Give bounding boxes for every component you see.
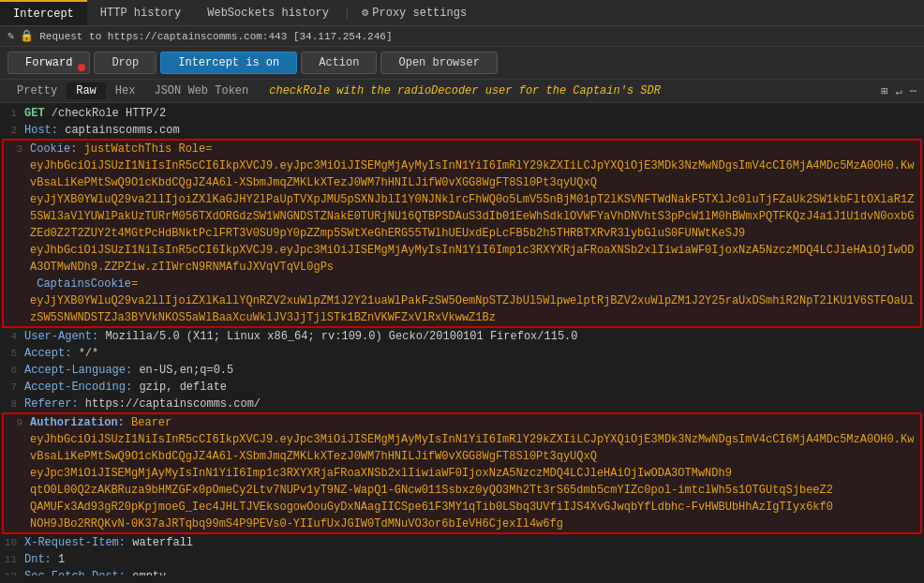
- line-content[interactable]: NOH9JBo2RRQKvN-0K37aJRTqbq99mS4P9PEVs0-Y…: [30, 516, 915, 532]
- line-content[interactable]: eyJhbGciOiJSUzI1NiIsInR5cCI6IkpXVCJ9.eyJ…: [30, 242, 915, 276]
- open-browser-button[interactable]: Open browser: [380, 52, 497, 74]
- subtab-raw[interactable]: Raw: [67, 82, 106, 99]
- toolbar: Forward Drop Intercept is on Action Open…: [0, 47, 924, 80]
- code-line: 12Sec-Fetch-Dest: empty: [0, 568, 924, 576]
- line-number: 9: [9, 414, 30, 431]
- code-line: eyJhbGciOiJSUzI1NiIsInR5cCI6IkpXVCJ9.eyJ…: [6, 431, 918, 465]
- line-number: 8: [4, 396, 24, 412]
- code-line: 11Dnt: 1: [0, 551, 924, 568]
- code-line: 2Host: captainscomms.com: [0, 122, 924, 139]
- subtab-icons: ⊞ ↵ ⋯: [881, 84, 917, 98]
- drop-button[interactable]: Drop: [94, 52, 156, 74]
- request-header-text: Request to https://captainscomms.com:443…: [39, 31, 392, 42]
- code-line: 5Accept: */*: [0, 345, 924, 362]
- line-number: 5: [4, 345, 24, 362]
- line-number: 4: [4, 328, 24, 345]
- tab-proxy-settings[interactable]: ⚙ Proxy settings: [352, 2, 476, 23]
- line-number: 7: [4, 379, 24, 396]
- forward-dot: [78, 64, 85, 71]
- code-line: 3Cookie: justWatchThis Role=: [6, 141, 918, 157]
- code-line: eyJhbGciOiJSUzI1NiIsInR5cCI6IkpXVCJ9.eyJ…: [6, 157, 918, 191]
- grid-icon[interactable]: ⊞: [881, 84, 887, 98]
- code-line: eyJjYXB0YWluQ29va2llIjoiZXlKaGJHY2lPaUpT…: [6, 191, 918, 242]
- code-line: 10X-Request-Item: waterfall: [0, 534, 924, 551]
- code-line: 6Accept-Language: en-US,en;q=0.5: [0, 362, 924, 379]
- line-content[interactable]: eyJjYXB0YWluQ29va2llIjoiZXlKaGJHY2lPaUpT…: [30, 191, 915, 242]
- proxy-settings-label: Proxy settings: [372, 7, 467, 20]
- intercept-toggle[interactable]: Intercept is on: [160, 52, 297, 74]
- code-line: eyJpc3MiOiJISEMgMjAyMyIsInN1YiI6Imp1c3RX…: [6, 465, 918, 482]
- line-number: 11: [4, 551, 24, 568]
- tab-intercept[interactable]: Intercept: [0, 0, 87, 25]
- line-content[interactable]: X-Request-Item: waterfall: [24, 534, 920, 551]
- line-content[interactable]: eyJhbGciOiJSUzI1NiIsInR5cCI6IkpXVCJ9.eyJ…: [30, 431, 915, 465]
- code-line: CaptainsCookie=: [6, 276, 918, 292]
- code-line: 1GET /checkRole HTTP/2: [0, 105, 924, 122]
- line-number: 10: [4, 534, 24, 551]
- line-number: 2: [4, 122, 24, 139]
- lock-icon: 🔒: [20, 29, 34, 43]
- code-line: NOH9JBo2RRQKvN-0K37aJRTqbq99mS4P9PEVs0-Y…: [6, 516, 918, 532]
- line-content[interactable]: eyJjYXB0YWluQ29va2llIjoiZXlKallYQnRZV2xu…: [30, 292, 915, 326]
- line-content[interactable]: eyJhbGciOiJSUzI1NiIsInR5cCI6IkpXVCJ9.eyJ…: [30, 157, 915, 191]
- line-number: 6: [4, 362, 24, 379]
- line-number: 12: [4, 568, 24, 576]
- line-content[interactable]: Accept: */*: [24, 345, 920, 362]
- code-line: QAMUFx3Ad93gR20pKpjmoeG_Iec4JHLTJVEksogo…: [6, 499, 918, 516]
- edit-icon: ✎: [7, 29, 14, 43]
- code-line: 8Referer: https://captainscomms.com/: [0, 396, 924, 412]
- line-number: 1: [4, 105, 24, 122]
- auth-region: 9Authorization: BearereyJhbGciOiJSUzI1Ni…: [2, 412, 922, 534]
- code-line: qtO0L00Q2zAKBRuza9bHMZGFx0pOmeCy2Ltv7NUP…: [6, 482, 918, 499]
- code-line: eyJhbGciOiJSUzI1NiIsInR5cCI6IkpXVCJ9.eyJ…: [6, 242, 918, 276]
- line-content[interactable]: Accept-Language: en-US,en;q=0.5: [24, 362, 920, 379]
- dots-icon[interactable]: ⋯: [910, 84, 917, 98]
- tab-http-history[interactable]: HTTP history: [87, 0, 194, 25]
- wrap-icon[interactable]: ↵: [896, 84, 902, 98]
- gear-icon: ⚙: [362, 6, 368, 20]
- code-line: 9Authorization: Bearer: [6, 414, 918, 431]
- line-content[interactable]: Accept-Encoding: gzip, deflate: [24, 379, 920, 396]
- subtab-bar: Pretty Raw Hex JSON Web Token checkRole …: [0, 80, 924, 103]
- line-content[interactable]: Referer: https://captainscomms.com/: [24, 396, 920, 412]
- line-content[interactable]: Authorization: Bearer: [30, 414, 915, 431]
- code-area: 1GET /checkRole HTTP/22Host: captainscom…: [0, 103, 924, 576]
- line-content[interactable]: Cookie: justWatchThis Role=: [30, 141, 915, 157]
- subtab-pretty[interactable]: Pretty: [7, 82, 67, 99]
- tab-websockets-history[interactable]: WebSockets history: [194, 0, 342, 25]
- line-content[interactable]: Host: captainscomms.com: [24, 122, 920, 139]
- line-content[interactable]: Dnt: 1: [24, 551, 920, 568]
- subtab-note: checkRole with the radioDecoder user for…: [269, 84, 881, 97]
- line-number: 3: [9, 141, 30, 157]
- code-line: 7Accept-Encoding: gzip, deflate: [0, 379, 924, 396]
- line-content[interactable]: qtO0L00Q2zAKBRuza9bHMZGFx0pOmeCy2Ltv7NUP…: [30, 482, 915, 499]
- subtab-hex[interactable]: Hex: [106, 82, 145, 99]
- cookie-region: 3Cookie: justWatchThis Role=eyJhbGciOiJS…: [2, 139, 922, 328]
- tab-bar: Intercept HTTP history WebSockets histor…: [0, 0, 924, 26]
- line-content[interactable]: GET /checkRole HTTP/2: [24, 105, 920, 122]
- subtab-json-web-token[interactable]: JSON Web Token: [144, 82, 258, 99]
- line-content[interactable]: eyJpc3MiOiJISEMgMjAyMyIsInN1YiI6Imp1c3RX…: [30, 465, 915, 482]
- line-content[interactable]: User-Agent: Mozilla/5.0 (X11; Linux x86_…: [24, 328, 920, 345]
- code-line: 4User-Agent: Mozilla/5.0 (X11; Linux x86…: [0, 328, 924, 345]
- line-content[interactable]: CaptainsCookie=: [30, 276, 915, 292]
- forward-button[interactable]: Forward: [7, 52, 90, 74]
- line-content[interactable]: Sec-Fetch-Dest: empty: [24, 568, 920, 576]
- code-line: eyJjYXB0YWluQ29va2llIjoiZXlKallYQnRZV2xu…: [6, 292, 918, 326]
- request-header-bar: ✎ 🔒 Request to https://captainscomms.com…: [0, 26, 924, 47]
- line-content[interactable]: QAMUFx3Ad93gR20pKpjmoeG_Iec4JHLTJVEksogo…: [30, 499, 915, 516]
- action-button[interactable]: Action: [301, 52, 377, 74]
